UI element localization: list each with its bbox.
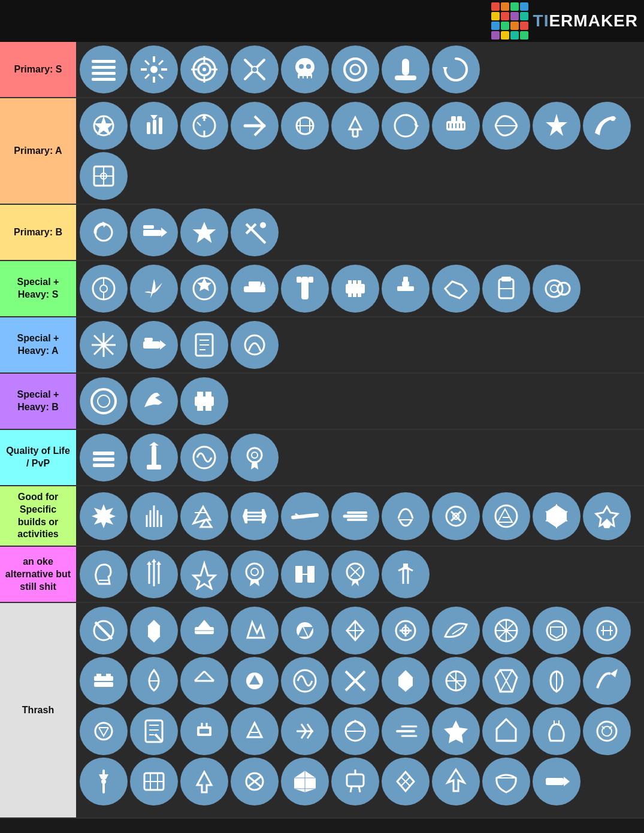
list-item <box>231 492 279 540</box>
list-item <box>130 707 178 755</box>
svg-point-81 <box>100 285 107 292</box>
list-item <box>331 492 379 540</box>
list-item <box>432 607 480 655</box>
list-item <box>80 152 128 200</box>
tier-items-qol <box>76 430 644 485</box>
svg-line-248 <box>497 719 506 729</box>
list-item <box>432 657 480 705</box>
list-item <box>432 758 480 805</box>
list-item <box>533 102 580 150</box>
tier-label-special-heavy-a: Special + Heavy: A <box>0 317 76 372</box>
svg-marker-72 <box>161 228 167 237</box>
list-item <box>80 102 128 150</box>
svg-point-170 <box>246 564 263 580</box>
list-item <box>583 657 631 705</box>
list-item <box>482 758 530 805</box>
svg-line-214 <box>204 671 214 681</box>
list-item <box>482 265 530 313</box>
tier-row-thrash: Thrash <box>0 603 644 819</box>
list-item <box>533 707 580 755</box>
svg-rect-3 <box>92 78 116 81</box>
svg-marker-169 <box>156 561 161 565</box>
svg-point-257 <box>101 779 106 784</box>
list-item <box>482 657 530 705</box>
list-item <box>482 607 530 655</box>
list-item <box>331 550 379 598</box>
svg-rect-90 <box>309 277 313 283</box>
list-item <box>482 102 530 150</box>
list-item <box>130 657 178 705</box>
list-item <box>331 707 379 755</box>
svg-rect-239 <box>199 729 209 734</box>
svg-point-171 <box>251 568 258 575</box>
svg-rect-132 <box>147 465 161 469</box>
tier-label-specific: Good for Specific builds or activities <box>0 486 76 546</box>
svg-marker-34 <box>443 67 448 72</box>
list-item <box>281 265 329 313</box>
tier-label-oke: an oke alternative but still shit <box>0 547 76 602</box>
list-item <box>281 46 329 93</box>
svg-rect-61 <box>451 116 456 122</box>
tier-label-primary-b: Primary: B <box>0 205 76 260</box>
list-item <box>130 550 178 598</box>
svg-point-28 <box>299 64 304 69</box>
svg-marker-131 <box>149 442 159 446</box>
list-item <box>130 492 178 540</box>
list-item <box>331 607 379 655</box>
svg-point-155 <box>495 505 517 527</box>
svg-marker-219 <box>398 670 413 692</box>
list-item <box>80 46 128 93</box>
svg-rect-93 <box>353 280 356 285</box>
svg-rect-112 <box>143 341 160 349</box>
svg-point-22 <box>252 66 258 72</box>
svg-marker-113 <box>160 340 166 350</box>
list-item <box>281 492 329 540</box>
tier-row-special-heavy-s: Special + Heavy: S <box>0 261 644 317</box>
svg-rect-114 <box>144 338 153 341</box>
svg-rect-124 <box>205 392 211 398</box>
svg-rect-129 <box>93 464 114 467</box>
svg-marker-145 <box>243 509 247 523</box>
svg-point-15 <box>202 68 206 71</box>
list-item <box>231 657 279 705</box>
list-item <box>432 265 480 313</box>
list-item <box>231 265 279 313</box>
list-item <box>80 321 128 369</box>
list-item <box>130 434 178 481</box>
list-item <box>130 265 178 313</box>
svg-line-10 <box>159 74 163 78</box>
list-item <box>331 265 379 313</box>
list-item <box>583 492 631 540</box>
list-item <box>180 46 228 93</box>
svg-marker-247 <box>444 720 468 743</box>
list-item <box>80 707 128 755</box>
logo-grid <box>491 2 528 40</box>
list-item <box>583 707 631 755</box>
list-item <box>432 492 480 540</box>
list-item <box>180 377 228 425</box>
list-item <box>583 102 631 150</box>
svg-point-30 <box>344 59 366 80</box>
list-item <box>583 607 631 655</box>
tier-row-primary-b: Primary: B <box>0 205 644 261</box>
list-item <box>80 550 128 598</box>
svg-point-119 <box>245 335 264 355</box>
list-item <box>180 208 228 256</box>
svg-rect-208 <box>94 682 113 687</box>
svg-point-107 <box>558 283 570 295</box>
list-item <box>180 707 228 755</box>
svg-rect-123 <box>197 392 203 398</box>
list-item <box>130 46 178 93</box>
list-item <box>130 377 178 425</box>
svg-rect-1 <box>92 66 116 69</box>
list-item <box>180 657 228 705</box>
svg-rect-91 <box>346 284 365 293</box>
tier-items-oke <box>76 547 644 602</box>
svg-rect-95 <box>348 292 352 297</box>
svg-rect-174 <box>295 566 303 572</box>
svg-rect-2 <box>92 72 116 75</box>
svg-marker-187 <box>198 620 210 627</box>
tier-label-thrash: Thrash <box>0 603 76 817</box>
svg-point-135 <box>252 452 258 458</box>
list-item <box>180 102 228 150</box>
